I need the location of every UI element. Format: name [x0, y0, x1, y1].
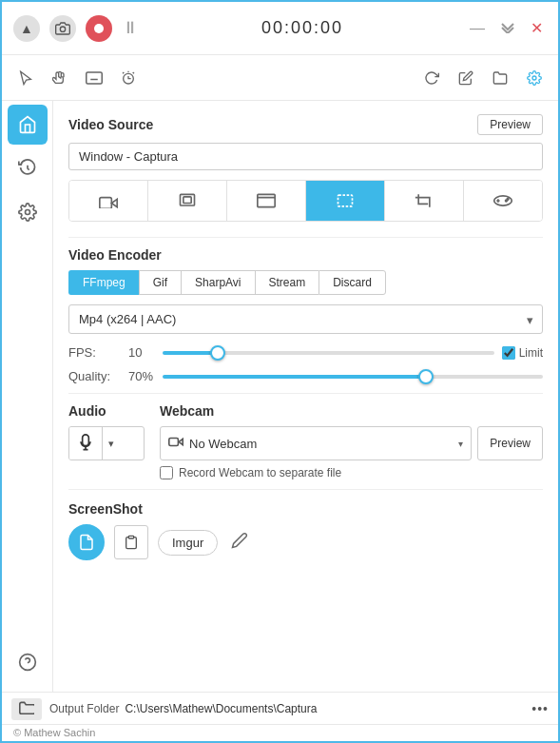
sidebar-item-history[interactable]: [8, 148, 48, 188]
webcam-record-label: Record Webcam to separate file: [179, 466, 341, 479]
video-encoder-label: Video Encoder: [68, 247, 162, 263]
video-source-header: Video Source Preview: [68, 114, 543, 135]
svg-rect-22: [83, 435, 89, 446]
video-encoder-header: Video Encoder: [68, 247, 543, 263]
quality-slider[interactable]: [163, 375, 543, 379]
limit-label: Limit: [519, 346, 543, 360]
fps-label: FPS:: [68, 345, 121, 360]
screenshot-edit-button[interactable]: [227, 528, 252, 557]
toolbar-right: [417, 64, 549, 92]
source-webcam[interactable]: [69, 181, 148, 221]
imgur-button[interactable]: Imgur: [158, 530, 218, 556]
camera-button[interactable]: [49, 15, 76, 42]
audio-dropdown-button[interactable]: ▾: [102, 427, 120, 459]
audio-mic-button[interactable]: [69, 427, 102, 459]
svg-rect-14: [183, 197, 191, 204]
source-region[interactable]: [306, 181, 385, 221]
divider-1: [68, 237, 543, 238]
webcam-label: Webcam: [160, 403, 543, 419]
chevron-button[interactable]: [496, 16, 519, 41]
source-window[interactable]: [148, 181, 227, 221]
fps-row: FPS: 10 Limit: [68, 345, 543, 360]
cursor-tool[interactable]: [11, 64, 40, 92]
sidebar-item-help[interactable]: [8, 642, 48, 682]
hand-tool[interactable]: [46, 64, 74, 92]
webcam-preview-button[interactable]: Preview: [477, 426, 543, 460]
video-source-dropdown[interactable]: Window - Captura: [68, 143, 543, 170]
tab-ffmpeg[interactable]: FFmpeg: [68, 270, 139, 295]
tab-sharpavi[interactable]: SharpAvi: [181, 270, 254, 295]
svg-rect-25: [169, 439, 179, 446]
quality-row: Quality: 70%: [68, 369, 543, 383]
svg-rect-26: [128, 536, 133, 538]
fps-value: 10: [128, 345, 155, 360]
source-fullscreen[interactable]: [227, 181, 306, 221]
close-button[interactable]: ✕: [527, 15, 547, 41]
screenshot-icons: Imgur: [68, 524, 543, 560]
encoder-tabs: FFmpeg Gif SharpAvi Stream Discard: [68, 270, 543, 295]
source-crop[interactable]: [385, 181, 464, 221]
svg-rect-12: [100, 198, 112, 208]
source-gamepad[interactable]: [464, 181, 542, 221]
svg-point-21: [507, 198, 509, 200]
record-button[interactable]: [86, 15, 112, 42]
sidebar-item-settings[interactable]: [8, 192, 48, 232]
quality-value: 70%: [128, 369, 155, 383]
toolbar-left: [11, 64, 143, 92]
folder-tool[interactable]: [486, 64, 514, 92]
webcam-record-check: Record Webcam to separate file: [160, 466, 543, 479]
webcam-camera-icon: [168, 435, 183, 452]
webcam-select-wrapper: No Webcam ▾ Preview: [160, 426, 543, 460]
audio-section: Audio ▾: [68, 403, 145, 479]
tab-discard[interactable]: Discard: [319, 270, 386, 295]
webcam-section: Webcam No Webcam: [160, 403, 543, 479]
webcam-record-checkbox[interactable]: [160, 466, 173, 479]
webcam-select[interactable]: No Webcam: [189, 437, 458, 451]
svg-point-0: [60, 27, 65, 31]
screenshot-clipboard-button[interactable]: [114, 525, 148, 559]
settings-tool[interactable]: [520, 64, 549, 92]
content-area: Video Source Preview Window - Captura: [53, 101, 558, 692]
main-layout: Video Source Preview Window - Captura: [2, 101, 558, 692]
webcam-select-arrow: ▾: [458, 439, 463, 449]
webcam-select-inner: No Webcam ▾: [160, 426, 472, 460]
audio-btn-wrapper: ▾: [68, 426, 145, 460]
more-button[interactable]: •••: [522, 701, 558, 716]
codec-select-wrapper: Mp4 (x264 | AAC) ▾: [68, 304, 543, 334]
fps-slider[interactable]: [163, 351, 494, 355]
screenshot-section: ScreenShot Imgur: [68, 501, 543, 560]
screenshot-label: ScreenShot: [68, 501, 143, 517]
title-bar: ▲ ⏸ 00:00:00 — ✕: [2, 2, 558, 55]
divider-3: [68, 489, 543, 490]
screenshot-file-button[interactable]: [68, 524, 105, 560]
sidebar: [2, 101, 53, 692]
output-label: Output Folder: [49, 702, 119, 715]
pencil-tool[interactable]: [452, 64, 480, 92]
pause-button[interactable]: ⏸: [122, 18, 139, 38]
title-bar-left: ▲ ⏸: [13, 15, 139, 42]
toolbar: [2, 55, 558, 101]
audio-webcam-row: Audio ▾: [68, 403, 543, 479]
svg-rect-17: [338, 195, 353, 206]
tab-gif[interactable]: Gif: [139, 270, 181, 295]
timer-tool[interactable]: [114, 64, 143, 92]
output-folder-button[interactable]: [11, 698, 42, 720]
svg-point-8: [532, 76, 536, 80]
limit-check: Limit: [502, 346, 543, 360]
keyboard-tool[interactable]: [80, 64, 108, 92]
video-preview-button[interactable]: Preview: [477, 114, 543, 135]
svg-rect-15: [258, 194, 275, 206]
app-window: ▲ ⏸ 00:00:00 — ✕: [0, 0, 560, 743]
video-source-label: Video Source: [68, 117, 153, 132]
limit-checkbox[interactable]: [502, 346, 515, 360]
footer: Output Folder C:\Users\Mathew\Documents\…: [2, 692, 558, 741]
arrow-button[interactable]: ▲: [13, 15, 40, 42]
minimize-button[interactable]: —: [466, 16, 489, 41]
tab-stream[interactable]: Stream: [255, 270, 319, 295]
refresh-tool[interactable]: [417, 64, 446, 92]
codec-select[interactable]: Mp4 (x264 | AAC): [68, 304, 543, 334]
svg-rect-1: [87, 72, 103, 84]
divider-2: [68, 393, 543, 394]
timer-display: 00:00:00: [146, 18, 458, 38]
sidebar-item-home[interactable]: [8, 105, 48, 145]
